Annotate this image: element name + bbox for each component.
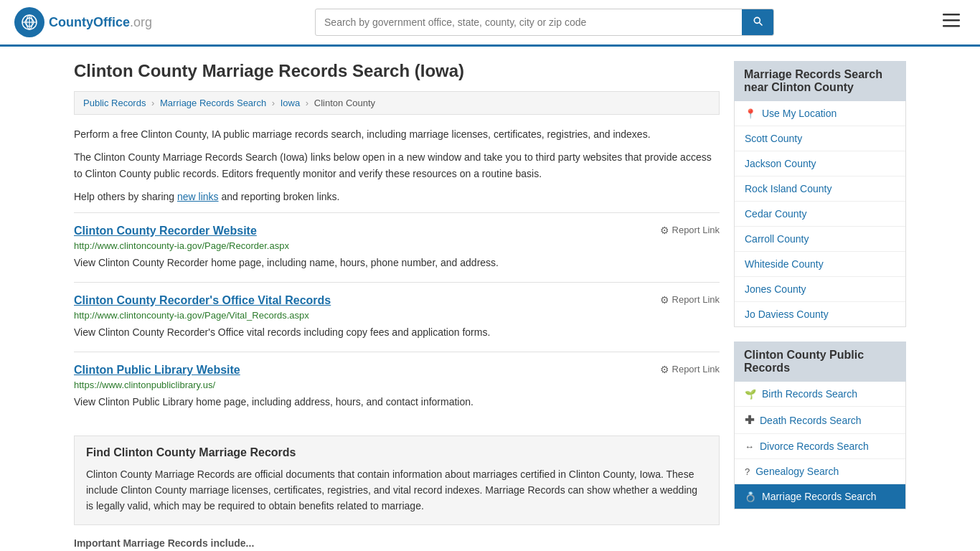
content-area: Clinton County Marriage Records Search (…	[74, 61, 720, 551]
nearby-header: Marriage Records Search near Clinton Cou…	[734, 61, 906, 101]
divorce-records-item[interactable]: ↔ Divorce Records Search	[735, 434, 905, 459]
link-card-3-url[interactable]: https://www.clintonpubliclibrary.us/	[74, 380, 720, 390]
find-section: Find Clinton County Marriage Records Cli…	[74, 435, 720, 525]
nearby-content: 📍 Use My Location Scott County Jackson C…	[734, 101, 906, 327]
link-card-1-desc: View Clinton County Recorder home page, …	[74, 255, 720, 270]
search-input[interactable]	[316, 11, 742, 34]
new-links-link[interactable]: new links	[177, 191, 219, 202]
public-records-header: Clinton County Public Records	[734, 342, 906, 382]
report-icon-1: ⚙	[660, 225, 669, 236]
nearby-section: Marriage Records Search near Clinton Cou…	[734, 61, 906, 327]
sidebar-county-2[interactable]: Jackson County	[735, 151, 905, 176]
breadcrumb-sep-1: ›	[151, 98, 154, 108]
public-records-section: Clinton County Public Records 🌱 Birth Re…	[734, 342, 906, 509]
death-icon: ✚	[745, 413, 754, 427]
menu-button[interactable]	[937, 9, 966, 35]
link-card-2: Clinton County Recorder's Office Vital R…	[74, 282, 720, 352]
genealogy-link[interactable]: Genealogy Search	[755, 466, 839, 477]
carroll-county-link[interactable]: Carroll County	[745, 233, 809, 245]
sidebar-county-1[interactable]: Scott County	[735, 126, 905, 151]
search-bar	[315, 9, 774, 36]
marriage-records-link[interactable]: Marriage Records Search	[762, 491, 877, 502]
sidebar-county-6[interactable]: Whiteside County	[735, 252, 905, 277]
divorce-records-link[interactable]: Divorce Records Search	[760, 441, 869, 452]
link-card-2-url[interactable]: http://www.clintoncounty-ia.gov/Page/Vit…	[74, 310, 720, 321]
whiteside-county-link[interactable]: Whiteside County	[745, 258, 824, 270]
link-card-2-header: Clinton County Recorder's Office Vital R…	[74, 294, 720, 307]
link-card-1: Clinton County Recorder Website ⚙ Report…	[74, 212, 720, 282]
divorce-icon: ↔	[745, 441, 754, 452]
link-card-3: Clinton Public Library Website ⚙ Report …	[74, 352, 720, 421]
link-card-1-title[interactable]: Clinton County Recorder Website	[74, 225, 257, 237]
site-header: CountyOffice.org	[0, 0, 980, 47]
report-link-1[interactable]: ⚙ Report Link	[660, 225, 720, 236]
sidebar-county-5[interactable]: Carroll County	[735, 227, 905, 252]
intro-3-suffix: and reporting broken links.	[219, 191, 340, 202]
page-title: Clinton County Marriage Records Search (…	[74, 61, 720, 81]
breadcrumb: Public Records › Marriage Records Search…	[74, 91, 720, 115]
report-link-2[interactable]: ⚙ Report Link	[660, 294, 720, 306]
jackson-county-link[interactable]: Jackson County	[745, 158, 816, 169]
svg-rect-5	[943, 19, 960, 22]
breadcrumb-sep-2: ›	[272, 98, 275, 108]
sidebar: Marriage Records Search near Clinton Cou…	[734, 61, 906, 551]
sidebar-county-4[interactable]: Cedar County	[735, 202, 905, 227]
sidebar-county-7[interactable]: Jones County	[735, 277, 905, 302]
breadcrumb-public-records[interactable]: Public Records	[83, 98, 146, 108]
logo[interactable]: CountyOffice.org	[14, 7, 152, 37]
location-icon: 📍	[745, 108, 756, 119]
public-records-content: 🌱 Birth Records Search ✚ Death Records S…	[734, 382, 906, 509]
report-link-3[interactable]: ⚙ Report Link	[660, 364, 720, 375]
breadcrumb-clinton-county: Clinton County	[314, 98, 375, 108]
main-container: Clinton County Marriage Records Search (…	[60, 47, 920, 551]
use-my-location-link[interactable]: Use My Location	[762, 108, 837, 119]
report-icon-3: ⚙	[660, 364, 669, 375]
sidebar-county-8[interactable]: Jo Daviess County	[735, 302, 905, 326]
intro-text-1: Perform a free Clinton County, IA public…	[74, 126, 720, 142]
svg-rect-4	[943, 14, 960, 16]
svg-rect-6	[943, 25, 960, 27]
birth-records-link[interactable]: Birth Records Search	[762, 388, 857, 400]
birth-icon: 🌱	[745, 389, 756, 400]
marriage-icon: 💍	[745, 491, 756, 502]
death-records-item[interactable]: ✚ Death Records Search	[735, 407, 905, 434]
link-card-1-header: Clinton County Recorder Website ⚙ Report…	[74, 225, 720, 237]
jo-daviess-county-link[interactable]: Jo Daviess County	[745, 309, 829, 320]
find-section-title: Find Clinton County Marriage Records	[86, 446, 707, 459]
death-records-link[interactable]: Death Records Search	[760, 415, 862, 426]
intro-3-prefix: Help others by sharing	[74, 191, 177, 202]
search-button[interactable]	[742, 9, 773, 35]
genealogy-icon: ?	[745, 466, 750, 477]
intro-text-3: Help others by sharing new links and rep…	[74, 189, 720, 204]
sidebar-county-3[interactable]: Rock Island County	[735, 176, 905, 202]
logo-text: CountyOffice.org	[49, 15, 152, 30]
scott-county-link[interactable]: Scott County	[745, 133, 802, 144]
intro-text-2: The Clinton County Marriage Records Sear…	[74, 149, 720, 182]
link-card-3-title[interactable]: Clinton Public Library Website	[74, 364, 240, 377]
breadcrumb-marriage-records[interactable]: Marriage Records Search	[160, 98, 266, 108]
link-card-2-title[interactable]: Clinton County Recorder's Office Vital R…	[74, 294, 331, 307]
cedar-county-link[interactable]: Cedar County	[745, 208, 806, 220]
more-text: Important Marriage Records include...	[74, 535, 720, 551]
marriage-records-item[interactable]: 💍 Marriage Records Search	[735, 484, 905, 509]
report-icon-2: ⚙	[660, 294, 669, 306]
rock-island-county-link[interactable]: Rock Island County	[745, 183, 831, 194]
link-card-3-desc: View Clinton Public Library home page, i…	[74, 395, 720, 410]
genealogy-item[interactable]: ? Genealogy Search	[735, 459, 905, 484]
find-section-text: Clinton County Marriage Records are offi…	[86, 466, 707, 514]
breadcrumb-sep-3: ›	[306, 98, 308, 108]
birth-records-item[interactable]: 🌱 Birth Records Search	[735, 382, 905, 407]
breadcrumb-iowa[interactable]: Iowa	[281, 98, 300, 108]
link-card-2-desc: View Clinton County Recorder's Office vi…	[74, 325, 720, 340]
logo-icon	[14, 7, 44, 37]
use-my-location[interactable]: 📍 Use My Location	[735, 101, 905, 126]
jones-county-link[interactable]: Jones County	[745, 283, 806, 295]
link-card-3-header: Clinton Public Library Website ⚙ Report …	[74, 364, 720, 377]
link-card-1-url[interactable]: http://www.clintoncounty-ia.gov/Page/Rec…	[74, 240, 720, 251]
